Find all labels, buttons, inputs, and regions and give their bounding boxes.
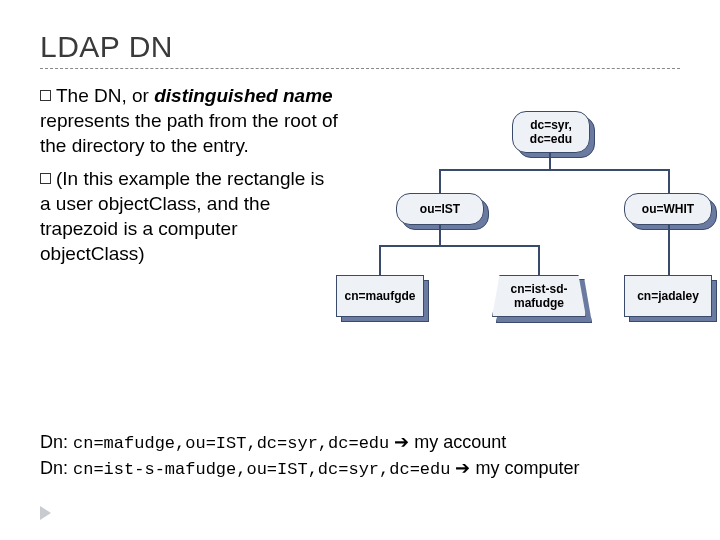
- tree-ou-node: ou=WHIT: [624, 193, 712, 225]
- tree-user-node: cn=jadaley: [624, 275, 712, 317]
- tree-ou-node: ou=IST: [396, 193, 484, 225]
- next-page-icon: [40, 506, 51, 520]
- tree-root-node: dc=syr, dc=edu: [512, 111, 590, 153]
- title-divider: [40, 68, 680, 69]
- bullet-item: The DN, or distinguished name represents…: [40, 83, 340, 158]
- bullet-icon: [40, 173, 51, 184]
- tree-user-node: cn=maufgde: [336, 275, 424, 317]
- bullet-list: The DN, or distinguished name represents…: [40, 83, 340, 275]
- ldap-tree-diagram: dc=syr, dc=edu ou=IST ou=WHIT cn=maufgde…: [354, 83, 680, 373]
- page-title: LDAP DN: [40, 30, 680, 64]
- bullet-icon: [40, 90, 51, 101]
- tree-computer-node: cn=ist-sd-mafudge: [492, 275, 586, 317]
- dn-line: Dn: cn=ist-s-mafudge,ou=IST,dc=syr,dc=ed…: [40, 456, 690, 482]
- dn-line: Dn: cn=mafudge,ou=IST,dc=syr,dc=edu ➔ my…: [40, 430, 690, 456]
- bullet-item: (In this example the rectangle is a user…: [40, 166, 340, 266]
- dn-examples: Dn: cn=mafudge,ou=IST,dc=syr,dc=edu ➔ my…: [40, 430, 690, 482]
